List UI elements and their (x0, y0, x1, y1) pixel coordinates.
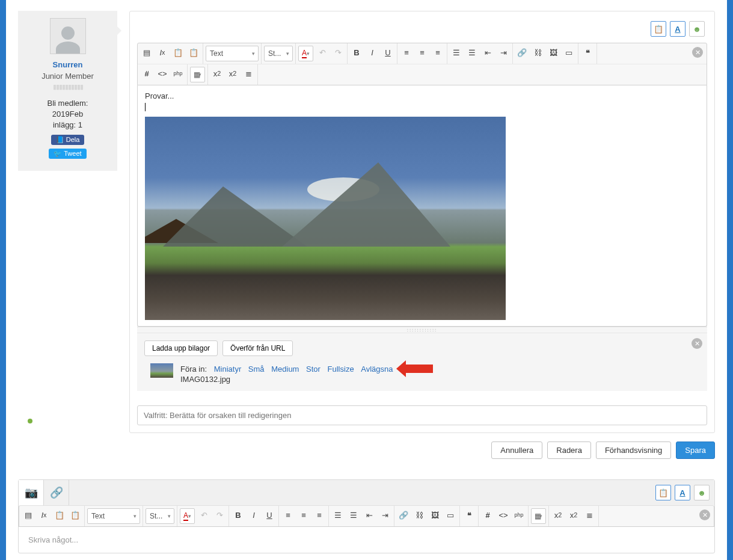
reply-hash-icon[interactable]: # (480, 507, 495, 523)
reply-text-color-select[interactable]: A (180, 508, 195, 524)
paste-icon[interactable]: 📋 (651, 21, 666, 37)
reply-indent-icon[interactable]: ⇥ (377, 507, 393, 523)
reply-superscript-icon[interactable]: x2 (566, 507, 581, 523)
quick-reply-box: 📷 🔗 📋 A ☻ ✕ ▤ Ix 📋 📋 Text (18, 479, 715, 553)
insert-small-link[interactable]: Små (248, 365, 265, 374)
reply-paste-word-icon[interactable]: 📋 (67, 507, 83, 523)
link-tab[interactable]: 🔗 (44, 480, 69, 505)
reply-code-icon[interactable]: <> (495, 507, 511, 523)
video-icon[interactable]: ▭ (561, 45, 577, 60)
source-icon[interactable]: ▤ (139, 45, 155, 60)
reply-image-icon[interactable]: 🖼 (427, 507, 443, 523)
link-icon[interactable]: 🔗 (514, 45, 530, 60)
reply-remove-format-icon[interactable]: Ix (36, 507, 52, 523)
delete-button[interactable]: Radera (547, 442, 591, 459)
align-left-icon[interactable]: ≡ (399, 45, 414, 60)
table-select[interactable]: ▦ (190, 67, 205, 82)
text-color-select[interactable]: A (298, 46, 313, 61)
underline-icon[interactable]: U (380, 45, 396, 60)
reply-video-icon[interactable]: ▭ (443, 507, 458, 523)
reply-content-area[interactable]: Skriva något... (19, 527, 714, 553)
reply-numbered-list-icon[interactable]: ☰ (330, 507, 346, 523)
undo-icon[interactable]: ↶ (314, 45, 330, 60)
format-select[interactable]: Text (206, 46, 259, 61)
facebook-share-button[interactable]: 📘 Dela (51, 135, 85, 145)
edit-reason-input[interactable] (137, 405, 707, 425)
embedded-image[interactable] (145, 117, 506, 320)
reply-align-left-icon[interactable]: ≡ (280, 507, 296, 523)
insert-medium-link[interactable]: Medium (271, 365, 299, 374)
paste-word-icon[interactable]: 📋 (186, 45, 201, 60)
twitter-share-button[interactable]: 🐦 Tweet (49, 149, 86, 159)
reply-bullet-list-icon[interactable]: ☰ (346, 507, 361, 523)
outdent-icon[interactable]: ⇤ (480, 45, 495, 60)
editor-content-area[interactable]: Provar... (137, 85, 707, 327)
preview-button[interactable]: Förhandsvisning (596, 442, 671, 459)
justify-icon[interactable]: ≣ (241, 66, 256, 81)
reply-align-right-icon[interactable]: ≡ (311, 507, 327, 523)
reply-style-select[interactable]: St... (146, 508, 174, 524)
reply-underline-icon[interactable]: U (262, 507, 277, 523)
superscript-icon[interactable]: x2 (225, 66, 241, 81)
transfer-from-url-button[interactable]: Överför från URL (222, 340, 293, 356)
reply-undo-icon[interactable]: ↶ (196, 507, 212, 523)
paste-text-icon[interactable]: 📋 (170, 45, 186, 60)
reply-bold-icon[interactable]: B (230, 507, 246, 523)
reply-smiley-icon[interactable]: ☻ (694, 485, 710, 500)
reply-unlink-icon[interactable]: ⛓ (411, 507, 427, 523)
redo-icon[interactable]: ↷ (330, 45, 346, 60)
insert-thumbnail-link[interactable]: Miniatyr (214, 365, 242, 374)
reply-justify-icon[interactable]: ≣ (581, 507, 597, 523)
code-icon[interactable]: <> (155, 66, 170, 81)
italic-icon[interactable]: I (364, 45, 380, 60)
editor-text: Provar... (145, 91, 699, 100)
reply-source-icon[interactable]: ▤ (20, 507, 36, 523)
image-icon[interactable]: 🖼 (545, 45, 561, 60)
upload-attachments-button[interactable]: Ladda upp bilagor (144, 340, 218, 356)
hash-icon[interactable]: # (139, 66, 155, 81)
link-icon: 🔗 (50, 486, 63, 499)
rank-pips: ▮▮▮▮▮▮▮▮▮▮ (18, 83, 117, 91)
resize-handle[interactable]: :::::::::::: (137, 327, 707, 333)
reply-redo-icon[interactable]: ↷ (212, 507, 227, 523)
reply-table-select[interactable]: ▦ (531, 508, 546, 524)
bullet-list-icon[interactable]: ☰ (464, 45, 480, 60)
reply-italic-icon[interactable]: I (246, 507, 262, 523)
reply-quote-icon[interactable]: ❝ (461, 507, 477, 523)
numbered-list-icon[interactable]: ☰ (449, 45, 464, 60)
unlink-icon[interactable]: ⛓ (530, 45, 545, 60)
avatar[interactable] (50, 18, 86, 54)
save-button[interactable]: Spara (676, 442, 715, 459)
smiley-icon[interactable]: ☻ (689, 21, 705, 37)
align-center-icon[interactable]: ≡ (414, 45, 430, 60)
reply-subscript-icon[interactable]: x2 (550, 507, 566, 523)
attachment-thumbnail[interactable] (150, 363, 173, 378)
insert-fullsize-link[interactable]: Fullsize (328, 365, 354, 374)
subscript-icon[interactable]: x2 (209, 66, 225, 81)
toolbar-close-icon[interactable]: ✕ (692, 47, 703, 58)
php-icon[interactable]: php (170, 66, 186, 81)
align-right-icon[interactable]: ≡ (430, 45, 446, 60)
remove-attachment-link[interactable]: Avlägsna (361, 365, 393, 374)
reply-font-a-icon[interactable]: A (675, 485, 690, 500)
reply-toolbar: ✕ ▤ Ix 📋 📋 Text St... A ↶ ↷ (19, 505, 714, 527)
indent-icon[interactable]: ⇥ (495, 45, 511, 60)
bold-icon[interactable]: B (349, 45, 364, 60)
reply-php-icon[interactable]: php (511, 507, 527, 523)
style-select[interactable]: St... (264, 46, 293, 61)
attachments-close-icon[interactable]: ✕ (692, 338, 702, 349)
insert-large-link[interactable]: Stor (306, 365, 320, 374)
cancel-button[interactable]: Annullera (491, 442, 542, 459)
username-link[interactable]: Snurren (18, 60, 117, 69)
reply-align-center-icon[interactable]: ≡ (296, 507, 311, 523)
remove-format-icon[interactable]: Ix (155, 45, 170, 60)
reply-paste-icon[interactable]: 📋 (655, 485, 671, 500)
reply-toolbar-close-icon[interactable]: ✕ (699, 509, 710, 520)
reply-paste-text-icon[interactable]: 📋 (52, 507, 67, 523)
reply-outdent-icon[interactable]: ⇤ (361, 507, 377, 523)
quote-icon[interactable]: ❝ (580, 45, 595, 60)
camera-tab[interactable]: 📷 (19, 480, 44, 505)
reply-link-icon[interactable]: 🔗 (396, 507, 411, 523)
reply-format-select[interactable]: Text (87, 508, 140, 524)
font-a-icon[interactable]: A (670, 21, 685, 37)
